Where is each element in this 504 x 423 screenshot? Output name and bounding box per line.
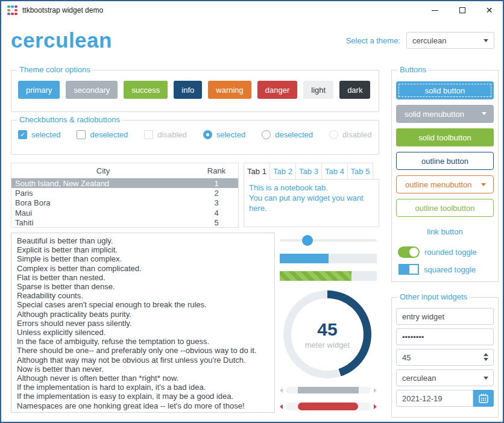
checkbutton-disabled: disabled <box>144 130 186 139</box>
table-row[interactable]: South Island, New Zealand 1 <box>11 178 238 188</box>
theme-color-button[interactable]: info <box>174 81 202 99</box>
cell-city: South Island, New Zealand <box>11 179 195 188</box>
theme-combobox[interactable]: cerculean <box>406 32 494 49</box>
city-rank-table[interactable]: City Rank South Island, New Zealand 1 Pa… <box>11 163 239 228</box>
scroll-left-icon[interactable] <box>280 404 283 409</box>
rounded-toggle[interactable]: rounded toggle <box>398 246 494 258</box>
theme-select-label: Select a theme: <box>346 36 400 45</box>
progressbar-primary-fill <box>280 254 329 263</box>
scale-handle[interactable] <box>302 235 313 246</box>
meter-subtext: meter widget <box>305 340 350 349</box>
zen-text-widget[interactable]: Beautiful is better than ugly. Explicit … <box>11 233 275 413</box>
scroll-right-icon[interactable] <box>374 388 377 393</box>
check-label: disabled <box>157 130 186 139</box>
meter-widget[interactable]: 45 meter widget <box>283 290 371 378</box>
theme-color-button[interactable]: success <box>124 81 168 99</box>
close-button[interactable]: ✕ <box>476 1 503 19</box>
chevron-down-icon[interactable] <box>484 39 488 42</box>
theme-color-button[interactable]: primary <box>18 81 60 99</box>
scrollbar-track[interactable] <box>286 403 371 410</box>
tab-4[interactable]: Tab 4 <box>321 163 347 180</box>
squared-toggle[interactable]: squared toggle <box>398 264 494 275</box>
scrollbar-secondary-thumb[interactable] <box>298 387 359 393</box>
table-row[interactable]: Paris 2 <box>11 188 238 198</box>
frame-title: Buttons <box>397 65 429 74</box>
calendar-icon <box>478 393 489 404</box>
table-row[interactable]: Tahiti 5 <box>11 218 238 227</box>
scroll-right-icon[interactable] <box>374 404 377 409</box>
checkbox-empty-icon[interactable] <box>77 130 86 139</box>
password-field[interactable] <box>396 328 494 345</box>
theme-combobox-value: cerculean <box>412 36 446 45</box>
outline-toolbutton[interactable]: outline toolbutton <box>396 199 494 217</box>
maximize-icon <box>459 7 465 13</box>
toggle-on-icon[interactable] <box>398 246 420 258</box>
chevron-down-icon <box>482 112 487 115</box>
theme-color-button[interactable]: dark <box>339 81 370 99</box>
radio-empty-icon[interactable] <box>262 130 271 139</box>
toggle-label: squared toggle <box>424 265 476 274</box>
radiobutton-deselected[interactable]: deselected <box>262 130 313 139</box>
scale-widget[interactable] <box>280 235 379 246</box>
solid-menubutton[interactable]: solid menubutton <box>396 105 494 123</box>
progressbar-success-fill <box>280 271 351 281</box>
minimize-button[interactable] <box>421 1 449 19</box>
titlebar: ttkbootstrap widget demo ✕ <box>1 1 503 19</box>
spin-down-icon[interactable] <box>484 358 488 361</box>
column-header-rank[interactable]: Rank <box>195 166 238 175</box>
checkbox-checked-icon[interactable]: ✓ <box>18 130 27 139</box>
button-label: primary <box>26 86 52 95</box>
tab-5[interactable]: Tab 5 <box>347 163 373 180</box>
button-label: dark <box>347 86 362 95</box>
tab-3[interactable]: Tab 3 <box>295 163 321 180</box>
scrollbar-track[interactable] <box>286 387 371 393</box>
calendar-button[interactable] <box>473 390 494 407</box>
scroll-left-icon[interactable] <box>280 388 283 393</box>
toggle-on-icon[interactable] <box>398 264 419 275</box>
checkbutton-deselected[interactable]: deselected <box>77 130 128 139</box>
theme-color-button[interactable]: danger <box>257 81 297 99</box>
spin-up-icon[interactable] <box>484 353 488 356</box>
scrollbar-secondary[interactable] <box>280 387 377 393</box>
tab-1[interactable]: Tab 1 <box>244 163 269 180</box>
tab-2[interactable]: Tab 2 <box>269 163 295 180</box>
table-header[interactable]: City Rank <box>11 163 238 178</box>
maximize-button[interactable] <box>449 1 476 19</box>
scrollbar-danger-thumb[interactable] <box>298 403 358 410</box>
table-row[interactable]: Bora Bora 3 <box>11 198 238 208</box>
toggle-label: rounded toggle <box>424 248 477 257</box>
radiobutton-disabled: disabled <box>329 130 371 139</box>
column-header-city[interactable]: City <box>11 166 195 175</box>
button-label: outline menubutton <box>405 180 472 189</box>
date-input[interactable] <box>396 390 473 407</box>
solid-toolbutton[interactable]: solid toolbutton <box>396 128 494 146</box>
radiobutton-selected[interactable]: selected <box>203 130 245 139</box>
app-window: ttkbootstrap widget demo ✕ cerculean Sel… <box>0 0 504 423</box>
cell-city: Maui <box>11 208 195 218</box>
theme-color-button[interactable]: secondary <box>66 81 118 99</box>
progressbar-primary <box>280 254 377 263</box>
scrollbar-danger[interactable] <box>280 403 377 410</box>
chevron-down-icon[interactable] <box>484 377 488 380</box>
meter-ring[interactable]: 45 meter widget <box>283 290 371 378</box>
progressbar-success-striped <box>280 271 377 281</box>
check-label: deselected <box>90 130 128 139</box>
radio-checked-icon[interactable] <box>203 130 212 139</box>
check-label: selected <box>31 130 60 139</box>
notebook-panel: This is a notebook tab. You can put any … <box>244 179 379 227</box>
spinbox[interactable] <box>396 349 494 366</box>
cell-rank: 1 <box>195 179 238 188</box>
radio-label: selected <box>216 130 245 139</box>
outline-button[interactable]: outline button <box>396 152 494 170</box>
link-button[interactable]: link button <box>396 222 494 240</box>
theme-color-button[interactable]: light <box>303 81 333 99</box>
scale-track[interactable] <box>280 239 377 242</box>
outline-menubutton[interactable]: outline menubutton <box>396 175 494 193</box>
solid-button[interactable]: solid button <box>396 81 494 99</box>
checkbutton-selected[interactable]: ✓ selected <box>18 130 60 139</box>
button-label: light <box>311 86 326 95</box>
entry-widget[interactable] <box>396 308 494 325</box>
table-row[interactable]: Maui 4 <box>11 208 238 218</box>
theme-color-button[interactable]: warning <box>208 81 251 99</box>
combobox[interactable] <box>396 369 494 386</box>
